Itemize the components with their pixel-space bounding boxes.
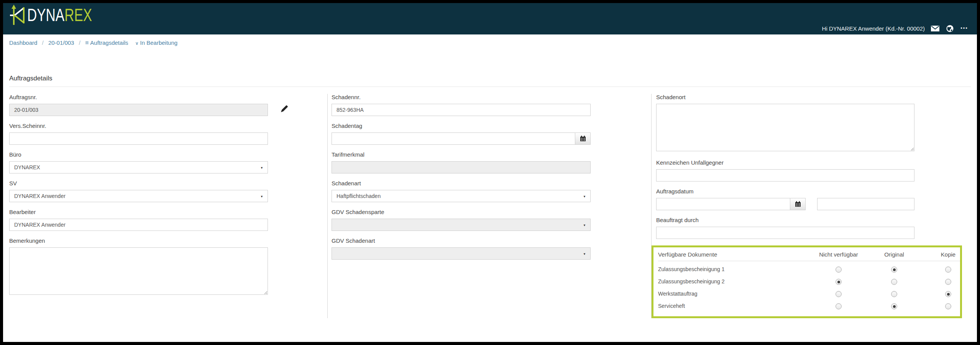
breadcrumb-order-number[interactable]: 20-01/003 (48, 39, 74, 46)
dropdown-arrow-icon: ▼ (260, 195, 263, 198)
auftragsdatum-input[interactable] (656, 198, 790, 210)
tarifmerkmal-label: Tarifmerkmal (332, 151, 591, 158)
gdv-schadenart-select[interactable]: ▼ (332, 247, 591, 260)
gdv-schadensparte-select[interactable]: ▼ (332, 219, 591, 231)
bearbeiter-label: Bearbeiter (9, 209, 268, 216)
dropdown-arrow-icon: ▼ (260, 166, 263, 170)
document-row: Werkstattauftrag (658, 288, 960, 300)
option-header-original: Original (884, 250, 904, 259)
schadentag-label: Schadentag (332, 123, 591, 129)
dropdown-arrow-icon: ▼ (583, 224, 586, 227)
radio-original[interactable] (891, 279, 897, 285)
auftragsdatum-label: Auftragsdatum (656, 188, 914, 195)
auftragsnr-input[interactable] (9, 104, 268, 116)
document-row: Serviceheft (658, 300, 960, 312)
document-name: Werkstattauftrag (658, 291, 697, 297)
radio-original[interactable] (891, 303, 897, 309)
mail-icon[interactable] (931, 25, 939, 32)
menu-icon: ≡ (85, 39, 89, 46)
user-greeting: Hi DYNAREX Anwender (Kd.-Nr. 00002) (822, 25, 925, 32)
buero-label: Büro (9, 151, 268, 158)
calendar-icon[interactable] (790, 198, 806, 210)
kennzeichen-unfallgegner-input[interactable] (656, 169, 914, 181)
document-name: Zulassungsbescheinigung 2 (658, 278, 725, 285)
page-title: Auftragsdetails (9, 75, 971, 82)
calendar-icon[interactable] (575, 132, 591, 145)
form-column-right: Schadenort Kennzeichen Unfallgegner Auft… (652, 94, 971, 318)
top-header-bar: DYNAREX Hi DYNAREX Anwender (Kd.-Nr. 000… (3, 3, 977, 34)
documents-header-row: Verfügbare Dokumente Nicht verfügbar Ori… (658, 250, 960, 261)
buero-select[interactable]: DYNAREX ▼ (9, 161, 268, 173)
radio-kopie[interactable] (945, 291, 951, 297)
more-options-icon[interactable]: ••• (960, 25, 969, 32)
form-column-middle: Schadennr. Schadentag (328, 94, 652, 318)
radio-nicht-verfuegbar[interactable] (836, 291, 842, 297)
bearbeiter-input[interactable] (9, 219, 268, 231)
radio-nicht-verfuegbar[interactable] (836, 267, 842, 273)
radio-kopie[interactable] (945, 267, 951, 273)
gdv-schadenart-label: GDV Schadenart (332, 237, 591, 244)
form-column-left: Auftragsnr. Vers.Scheinnr. Büro DYNAREX (9, 94, 328, 318)
sv-selected-value: DYNAREX Anwender (14, 193, 66, 199)
edit-pencil-icon[interactable] (279, 104, 289, 114)
option-header-kopie: Kopie (941, 250, 955, 259)
dynarex-logo[interactable]: DYNAREX (10, 4, 112, 26)
radio-original[interactable] (891, 291, 897, 297)
breadcrumb-separator: / (42, 39, 44, 46)
beauftragt-durch-label: Beauftragt durch (656, 217, 914, 224)
versscheinnr-label: Vers.Scheinnr. (9, 123, 268, 129)
beauftragt-durch-input[interactable] (656, 227, 914, 239)
sv-label: SV (9, 180, 268, 187)
radio-nicht-verfuegbar[interactable] (836, 303, 842, 309)
breadcrumb-status[interactable]: In Bearbeitung (140, 39, 178, 46)
schadenort-textarea[interactable] (656, 104, 914, 151)
kennzeichen-unfallgegner-label: Kennzeichen Unfallgegner (656, 159, 914, 166)
radio-kopie[interactable] (945, 279, 951, 285)
schadenart-selected-value: Haftpflichtschaden (337, 193, 381, 199)
dropdown-arrow-icon: ▼ (583, 195, 586, 198)
schadentag-input[interactable] (332, 132, 575, 145)
documents-title: Verfügbare Dokumente (658, 251, 717, 258)
dropdown-arrow-icon: ▼ (583, 252, 586, 256)
buero-selected-value: DYNAREX (14, 164, 40, 170)
radio-original[interactable] (891, 267, 897, 273)
document-name: Zulassungsbescheinigung 1 (658, 266, 725, 272)
breadcrumb-auftragsdetails[interactable]: Auftragsdetails (90, 39, 128, 46)
schadenort-label: Schadenort (656, 94, 914, 101)
option-header-nicht-verfuegbar: Nicht verfügbar (819, 250, 858, 259)
chevron-down-icon: ∨ (135, 41, 139, 46)
auftragsdatum-time-input[interactable] (817, 198, 914, 210)
dynarex-logo-icon (10, 4, 26, 26)
tarifmerkmal-input[interactable] (332, 161, 591, 173)
schadennr-input[interactable] (332, 104, 591, 116)
sv-select[interactable]: DYNAREX Anwender ▼ (9, 190, 268, 202)
globe-icon[interactable] (946, 25, 954, 32)
breadcrumb: Dashboard / 20-01/003 / ≡Auftragsdetails… (3, 34, 977, 51)
gdv-schadensparte-label: GDV Schadensparte (332, 209, 591, 216)
auftragsnr-label: Auftragsnr. (9, 94, 268, 101)
breadcrumb-separator: / (79, 39, 80, 46)
logo-text: DYNAREX (27, 4, 92, 26)
document-row: Zulassungsbescheinigung 1 (658, 263, 960, 276)
bemerkungen-label: Bemerkungen (9, 237, 268, 244)
schadenart-select[interactable]: Haftpflichtschaden ▼ (332, 190, 591, 202)
radio-kopie[interactable] (945, 303, 951, 309)
schadenart-label: Schadenart (332, 180, 591, 187)
app-window: DYNAREX Hi DYNAREX Anwender (Kd.-Nr. 000… (3, 3, 977, 342)
schadennr-label: Schadennr. (332, 94, 591, 101)
versscheinnr-input[interactable] (9, 132, 268, 145)
document-name: Serviceheft (658, 303, 685, 309)
radio-nicht-verfuegbar[interactable] (836, 279, 842, 285)
bemerkungen-textarea[interactable] (9, 247, 268, 295)
document-row: Zulassungsbescheinigung 2 (658, 276, 960, 288)
available-documents-panel: Verfügbare Dokumente Nicht verfügbar Ori… (652, 245, 962, 318)
breadcrumb-dashboard[interactable]: Dashboard (9, 39, 37, 46)
